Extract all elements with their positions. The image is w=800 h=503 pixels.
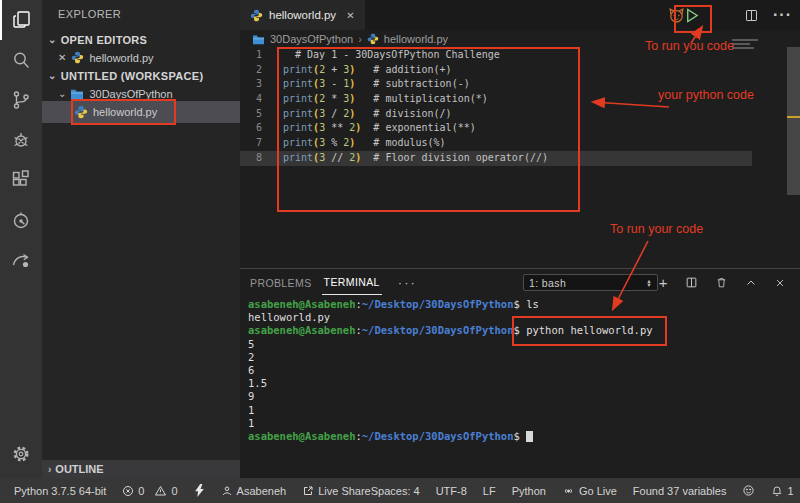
panel-more-icon[interactable]: ··· [398,275,417,290]
breadcrumb-file[interactable]: helloworld.py [384,33,448,45]
settings-gear-icon[interactable] [0,436,42,472]
code-editor[interactable]: 1 # Day 1 - 30DaysOfPython Challenge2pri… [240,48,800,268]
vscode-window: { "activity_bar": { "icons": ["explorer"… [0,0,800,503]
chevron-down-icon: ⌄ [48,34,57,45]
chevron-right-icon: › [48,464,51,475]
status-lightning[interactable] [194,484,205,497]
panel-header: PROBLEMS TERMINAL ··· 1: bash ▲▼ + [240,269,800,296]
code-line: 2print(2 + 3) # addition(+) [240,63,800,78]
user-icon [221,485,233,497]
more-actions-icon[interactable]: ··· [773,6,792,24]
python-file-icon [74,105,88,119]
bell-icon [771,484,783,497]
terminal-line: 1 [248,417,793,430]
outline-header[interactable]: › OUTLINE [42,460,240,478]
folder-item[interactable]: ⌄ 30DaysOfPython [42,85,240,102]
debug-icon[interactable] [0,120,42,160]
tab-label: helloworld.py [269,9,336,21]
error-icon [122,485,134,497]
kill-terminal-icon[interactable] [715,276,728,289]
terminal-select[interactable]: 1: bash ▲▼ [523,274,658,291]
code-line: 1 # Day 1 - 30DaysOfPython Challenge [240,48,800,63]
terminal-panel: PROBLEMS TERMINAL ··· 1: bash ▲▼ + [240,268,800,478]
tab-bar: helloworld.py ✕ ··· [240,0,800,30]
breadcrumb-folder[interactable]: 30DaysOfPython [270,33,353,45]
status-eol[interactable]: LF [483,485,496,497]
terminal-line: 2 [248,351,793,364]
status-live-share[interactable]: Live Share [302,485,371,497]
chevron-down-icon: ⌄ [58,88,66,99]
code-line: 3print(3 - 1) # subtraction(-) [240,77,800,92]
code-line: 5print(3 / 2) # division(/) [240,107,800,122]
status-python-version[interactable]: Python 3.7.5 64-bit [14,485,106,497]
code-line: 6print(3 ** 2) # exponential(**) [240,121,800,136]
close-icon[interactable]: ✕ [58,52,66,63]
selected-file-item[interactable]: helloworld.py [42,101,240,123]
broadcast-icon [562,484,575,497]
breadcrumb-separator: › [358,33,362,45]
terminal-line: helloworld.py [248,311,793,324]
status-spaces[interactable]: Spaces: 4 [371,485,420,497]
overview-ruler-marker [787,116,800,118]
terminal-line: 9 [248,390,793,403]
explorer-icon[interactable] [0,0,42,40]
minimap [732,39,762,53]
live-share-icon [302,485,314,497]
explorer-sidebar: EXPLORER ⌄ OPEN EDITORS ✕ helloworld.py … [42,0,240,478]
source-control-icon[interactable] [0,80,42,120]
tab-terminal[interactable]: TERMINAL [322,270,382,295]
terminal-line: 1.5 [248,377,793,390]
lightning-icon [194,484,205,497]
terminal-output[interactable]: asabeneh@Asabeneh:~/Desktop/30DaysOfPyth… [248,298,793,443]
maximize-panel-icon[interactable] [745,277,757,289]
share-draw-icon[interactable] [0,240,42,280]
status-variables[interactable]: Found 37 variables [633,485,727,497]
folder-icon [70,88,84,100]
status-bar: Python 3.7.5 64-bit 0 0 Asabeneh Live Sh… [0,478,800,503]
tab-close-icon[interactable]: ✕ [346,10,354,21]
tab-helloworld[interactable]: helloworld.py ✕ [240,0,365,30]
code-line: 8print(3 // 2) # Floor division operator… [240,151,752,166]
breadcrumb: 30DaysOfPython › helloworld.py [240,30,800,48]
split-editor-icon[interactable] [744,8,759,23]
python-file-icon [250,9,263,22]
sidebar-title: EXPLORER [58,8,121,20]
extensions-icon[interactable] [0,160,42,200]
terminal-line: asabeneh@Asabeneh:~/Desktop/30DaysOfPyth… [248,430,793,443]
activity-bar [0,0,42,478]
terminal-line: 5 [248,338,793,351]
status-notifications[interactable]: 1 [771,484,793,497]
terminal-line: asabeneh@Asabeneh:~/Desktop/30DaysOfPyth… [248,298,793,311]
code-line: 4print(2 * 3) # multiplication(*) [240,92,800,107]
status-language[interactable]: Python [512,485,546,497]
terminal-line: 1 [248,404,793,417]
close-panel-icon[interactable] [774,277,786,289]
status-user[interactable]: Asabeneh [221,485,287,497]
code-line: 7print(3 % 2) # modulus(%) [240,136,800,151]
select-arrows-icon: ▲▼ [646,279,652,287]
tab-problems[interactable]: PROBLEMS [248,271,314,295]
python-file-icon [367,33,379,45]
chevron-down-icon: ⌄ [48,70,57,81]
terminal-line: asabeneh@Asabeneh:~/Desktop/30DaysOfPyth… [248,324,793,337]
warning-icon [154,485,167,497]
run-python-button[interactable] [683,7,701,24]
folder-icon [252,34,265,45]
smiley-icon [742,484,755,497]
terminal-line: 6 [248,364,793,377]
time-tracker-icon[interactable] [0,200,42,240]
status-problems[interactable]: 0 0 [122,485,177,497]
editor-group: helloworld.py ✕ ··· 30DaysOfPython › hel… [240,0,800,478]
split-terminal-icon[interactable] [685,276,698,289]
open-editor-item[interactable]: ✕ helloworld.py [42,49,240,66]
new-terminal-icon[interactable]: + [659,274,668,291]
search-icon[interactable] [0,40,42,80]
python-file-icon [71,51,84,64]
status-go-live[interactable]: Go Live [562,484,617,497]
workspace-header[interactable]: ⌄ UNTITLED (WORKSPACE) [42,67,240,84]
open-editors-header[interactable]: ⌄ OPEN EDITORS [42,31,240,48]
editor-scrollbar[interactable] [787,47,800,195]
status-feedback[interactable] [742,484,755,497]
status-encoding[interactable]: UTF-8 [436,485,467,497]
